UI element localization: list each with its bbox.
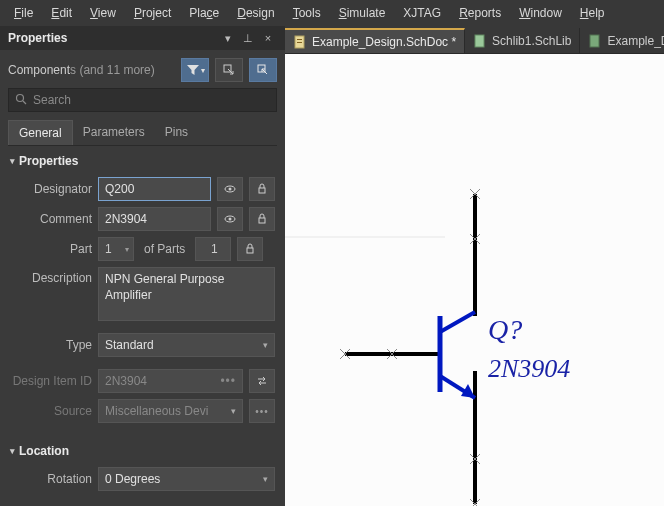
search-placeholder: Search [33, 93, 71, 107]
svg-rect-12 [297, 39, 302, 40]
source-select[interactable]: Miscellaneous Devi▾ [98, 399, 243, 423]
comment-input[interactable]: 2N3904 [98, 207, 211, 231]
menu-place[interactable]: Place [181, 2, 227, 24]
section-properties-header[interactable]: Properties [0, 146, 285, 174]
comment-label: Comment [10, 212, 92, 226]
menu-view[interactable]: View [82, 2, 124, 24]
document-tabs: Example_Design.SchDoc * Schlib1.SchLib E… [285, 26, 664, 54]
description-label: Description [10, 267, 92, 285]
panel-pin-icon[interactable]: ⊥ [239, 29, 257, 47]
panel-tabs: General Parameters Pins [8, 120, 277, 146]
menu-design[interactable]: Design [229, 2, 282, 24]
menu-xjtag[interactable]: XJTAG [395, 2, 449, 24]
menu-bar: File Edit View Project Place Design Tool… [0, 0, 664, 26]
tab-pins[interactable]: Pins [155, 120, 198, 145]
menu-simulate[interactable]: Simulate [331, 2, 394, 24]
panel-title: Properties [8, 31, 217, 45]
menu-project[interactable]: Project [126, 2, 179, 24]
doc-tab-2[interactable]: Schlib1.SchLib [465, 28, 580, 53]
comment-lock-button[interactable] [249, 207, 275, 231]
filter-scope-text: Components (and 11 more) [8, 63, 175, 77]
design-item-label: Design Item ID [10, 374, 92, 388]
tab-parameters[interactable]: Parameters [73, 120, 155, 145]
svg-rect-14 [475, 35, 484, 47]
search-icon [15, 93, 27, 108]
panel-menu-icon[interactable]: ▾ [219, 29, 237, 47]
filter-funnel-button[interactable]: ▾ [181, 58, 209, 82]
designator-input[interactable] [98, 177, 211, 201]
svg-line-21 [440, 312, 475, 332]
design-item-swap-button[interactable] [249, 369, 275, 393]
menu-file[interactable]: File [6, 2, 41, 24]
design-item-input[interactable]: 2N3904••• [98, 369, 243, 393]
svg-rect-13 [297, 42, 302, 43]
svg-rect-15 [590, 35, 599, 47]
pcbdoc-icon [588, 34, 602, 48]
designator-label: Designator [10, 182, 92, 196]
canvas-designator-text[interactable]: Q? [488, 314, 522, 346]
menu-help[interactable]: Help [572, 2, 613, 24]
of-parts-label: of Parts [140, 242, 189, 256]
parts-total: 1 [195, 237, 231, 261]
menu-reports[interactable]: Reports [451, 2, 509, 24]
type-select[interactable]: Standard▾ [98, 333, 275, 357]
description-input[interactable]: NPN General Purpose Amplifier [98, 267, 275, 321]
select-toggle-1-button[interactable] [215, 58, 243, 82]
doc-tab-3[interactable]: Example_Design.P [580, 28, 664, 53]
panel-close-icon[interactable]: × [259, 29, 277, 47]
source-label: Source [10, 404, 92, 418]
type-label: Type [10, 338, 92, 352]
svg-rect-9 [259, 218, 265, 223]
part-number-select[interactable]: 1▾ [98, 237, 134, 261]
svg-rect-6 [259, 188, 265, 193]
schdoc-icon [293, 35, 307, 49]
select-toggle-2-button[interactable] [249, 58, 277, 82]
rotation-label: Rotation [10, 472, 92, 486]
designator-visibility-button[interactable] [217, 177, 243, 201]
designator-lock-button[interactable] [249, 177, 275, 201]
part-label: Part [10, 242, 92, 256]
properties-panel: Properties ▾ ⊥ × Components (and 11 more… [0, 26, 285, 506]
menu-edit[interactable]: Edit [43, 2, 80, 24]
menu-window[interactable]: Window [511, 2, 570, 24]
svg-point-2 [17, 94, 24, 101]
comment-visibility-button[interactable] [217, 207, 243, 231]
schlib-icon [473, 34, 487, 48]
section-location-header[interactable]: Location [0, 436, 285, 464]
svg-point-8 [229, 218, 232, 221]
svg-rect-10 [247, 248, 253, 253]
menu-tools[interactable]: Tools [285, 2, 329, 24]
part-lock-button[interactable] [237, 237, 263, 261]
rotation-select[interactable]: 0 Degrees▾ [98, 467, 275, 491]
svg-line-3 [23, 101, 26, 104]
workspace: Example_Design.SchDoc * Schlib1.SchLib E… [285, 26, 664, 506]
tab-general[interactable]: General [8, 120, 73, 145]
svg-point-5 [229, 188, 232, 191]
canvas-comment-text[interactable]: 2N3904 [488, 354, 570, 384]
search-input[interactable]: Search [8, 88, 277, 112]
doc-tab-1[interactable]: Example_Design.SchDoc * [285, 28, 465, 53]
schematic-canvas[interactable]: Q? 2N3904 [285, 54, 664, 506]
source-more-button[interactable]: ••• [249, 399, 275, 423]
